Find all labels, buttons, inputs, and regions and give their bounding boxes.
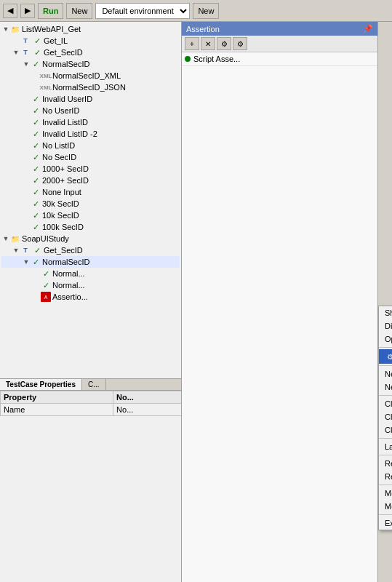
expand-icon [22, 223, 31, 231]
expand-icon [12, 36, 20, 45]
menu-label: Clear [385, 426, 392, 434]
tree-label: Invalid UserID [42, 95, 92, 103]
menu-clone-teststeps[interactable]: Clone TestSteps Alt-F9 [379, 410, 392, 423]
assertions-title: Assertion [186, 25, 220, 33]
status-indicator [185, 56, 191, 62]
expand-icon [22, 199, 31, 208]
right-panel: Show TestCase Editor Enter Disable TestC… [378, 22, 392, 582]
menu-label: Clone TestSteps [385, 412, 392, 421]
menu-rename[interactable]: Rename F2 [379, 457, 392, 470]
config-button2[interactable]: ⚙ [233, 37, 247, 50]
assertion-row[interactable]: Script Asse... [182, 52, 377, 66]
check-icon: ✓ [31, 187, 41, 197]
expand-icon [32, 292, 41, 301]
tree-item[interactable]: ▼ ✓ NormalSecID [1, 58, 180, 70]
menu-disable-testcase[interactable]: Disable TestCase [379, 319, 392, 332]
new-button[interactable]: New [66, 3, 92, 19]
menu-show-testcase[interactable]: Show TestCase Editor Enter [379, 306, 392, 319]
check-icon: ✓ [31, 210, 41, 220]
tree-label: 1000+ SecID [42, 164, 89, 173]
expand-icon: ▼ [1, 25, 10, 33]
tree-item[interactable]: ✓ Invalid ListID -2 [1, 128, 180, 140]
run-button[interactable]: Run [38, 3, 63, 19]
tree-label: Normal... [52, 281, 85, 290]
check-icon: ✓ [32, 36, 42, 46]
check-icon: ✓ [31, 257, 41, 267]
new2-button[interactable]: New [193, 3, 219, 19]
pin-icon: 📌 [363, 24, 373, 33]
tree-item[interactable]: ✓ 1000+ SecID [1, 163, 180, 175]
menu-label: Show TestCase Editor [385, 308, 392, 317]
xml-icon: XML [41, 71, 51, 81]
tree-item[interactable]: ✓ No ListID [1, 140, 180, 151]
check-icon: ✓ [31, 222, 41, 232]
tree-item[interactable]: ▼ 📁 SoapUIStudy [1, 233, 180, 244]
tree-item[interactable]: ✓ Normal... [1, 279, 180, 291]
menu-clone-testcase[interactable]: Clone TestCase F9 [379, 397, 392, 410]
environment-select[interactable]: Default environment [95, 3, 190, 19]
forward-button[interactable]: ▶ [20, 4, 35, 18]
tab-testcase-properties[interactable]: TestCase Properties [0, 379, 82, 390]
tree-item[interactable]: ✓ 30k SecID [1, 198, 180, 210]
back-button[interactable]: ◀ [3, 4, 17, 18]
tree-item[interactable]: ✓ Invalid ListID [1, 116, 180, 128]
tree-item[interactable]: ▼ T ✓ Get_SecID [1, 47, 180, 58]
menu-remove[interactable]: Remove Delete [379, 470, 392, 483]
menu-clear[interactable]: Clear [379, 423, 392, 436]
test-icon: T [20, 245, 31, 255]
tree-item[interactable]: ✓ Normal... [1, 268, 180, 279]
check-icon: ✓ [41, 268, 51, 279]
menu-move-up[interactable]: Move Up Ctrl-Up [379, 487, 392, 500]
check-icon: ✓ [31, 59, 41, 69]
tree-item[interactable]: XML NormalSecID_JSON [1, 81, 180, 93]
tree-item[interactable]: ✓ No SecID [1, 151, 180, 163]
menu-add-step[interactable]: ⚙ Add Step ▶ [379, 349, 392, 364]
property-name: Name [1, 404, 113, 416]
menu-separator [379, 455, 392, 455]
delete-assertion-button[interactable]: ✕ [201, 37, 215, 50]
xml-icon: XML [41, 82, 51, 92]
tree-label: Assertio... [52, 292, 88, 301]
check-icon: ✓ [31, 164, 41, 174]
tree-item[interactable]: ✓ 100k SecID [1, 221, 180, 233]
menu-options[interactable]: Options Ctrl+Shift-O [379, 332, 392, 346]
tree-item[interactable]: ✓ 10k SecID [1, 210, 180, 221]
menu-separator [379, 514, 392, 515]
col-header-value: No... [113, 391, 182, 404]
menu-new-security[interactable]: New SecurityTest Ctrl-S [379, 380, 392, 394]
tree-label: 30k SecID [42, 199, 79, 208]
tree-item[interactable]: XML NormalSecID_XML [1, 70, 180, 81]
expand-icon: ▼ [22, 60, 31, 68]
check-icon: ✓ [31, 152, 41, 162]
tree-item[interactable]: ▼ ✓ NormalSecID [1, 256, 180, 268]
tree-item[interactable]: ▼ T ✓ Get_SecID [1, 244, 180, 256]
menu-export[interactable]: Export [379, 517, 392, 530]
menu-label: Disable TestCase [385, 322, 392, 330]
tree-item[interactable]: ✓ No UserID [1, 105, 180, 116]
mid-panel: Assertion 📌 + ✕ ⚙ ⚙ Script Asse... [182, 22, 378, 582]
tree-item[interactable]: A Assertio... [1, 291, 180, 303]
tree-item[interactable]: ▼ 📁 ListWebAPI_Get [1, 23, 180, 35]
check-icon: ✓ [31, 129, 41, 139]
tab-second[interactable]: C... [82, 379, 106, 390]
table-row: Name No... [1, 404, 182, 416]
menu-new-loadui[interactable]: New LoadUI Test Ctrl-N [379, 367, 392, 380]
config-button1[interactable]: ⚙ [217, 37, 231, 50]
tree-item[interactable]: ✓ 2000+ SecID [1, 175, 180, 186]
tree-label: NormalSecID_XML [52, 71, 121, 80]
menu-move-down[interactable]: Move Down Ctrl-Down [379, 500, 392, 513]
tree-item[interactable]: T ✓ Get_IL [1, 35, 180, 47]
add-assertion-button[interactable]: + [185, 37, 199, 50]
tree-item[interactable]: ✓ Invalid UserID [1, 93, 180, 105]
expand-icon: ▼ [12, 48, 20, 57]
property-table: Property No... Name No... [0, 391, 182, 416]
project-tree: ▼ 📁 ListWebAPI_Get T ✓ Get_IL ▼ T ✓ Get_… [0, 22, 181, 304]
folder-icon: 📁 [10, 24, 20, 34]
assertion-label: Script Asse... [193, 55, 240, 63]
menu-launch-testrunner[interactable]: Launch TestRunner [379, 440, 392, 453]
check-icon: ✓ [31, 199, 41, 209]
bottom-tabs: TestCase Properties C... [0, 379, 182, 391]
tree-item[interactable]: ✓ None Input [1, 186, 180, 198]
expand-icon [22, 153, 31, 162]
tree-label: Invalid ListID -2 [42, 129, 97, 138]
